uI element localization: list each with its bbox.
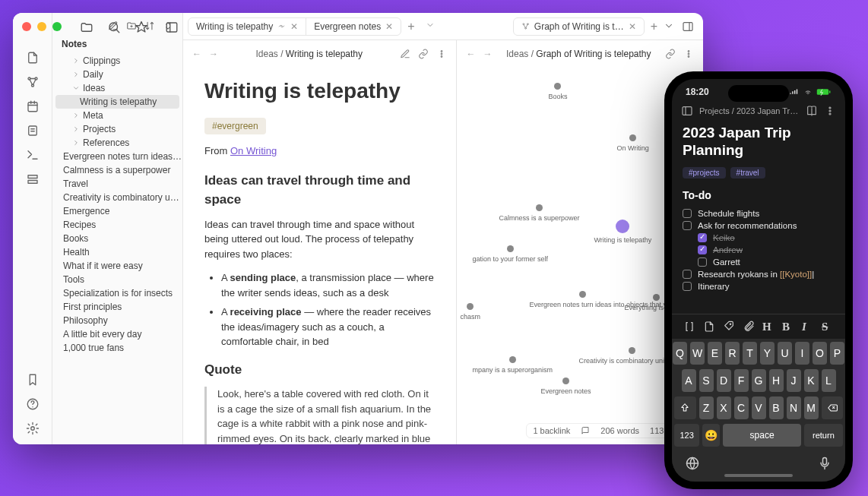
phone-panel-icon[interactable]	[681, 105, 693, 117]
tree-note[interactable]: Specialization is for insects	[52, 286, 182, 300]
settings-icon[interactable]	[26, 422, 40, 435]
graph-node[interactable]: On Writing	[616, 134, 648, 152]
checkbox[interactable]	[698, 257, 707, 267]
return-key[interactable]: return	[804, 424, 843, 447]
close-tab[interactable]: ✕	[629, 21, 636, 32]
tree-note[interactable]: Philosophy	[52, 314, 182, 327]
graph-node[interactable]: chasm	[460, 303, 480, 321]
tree-note[interactable]: Recipes	[52, 218, 182, 232]
mic-icon[interactable]	[817, 456, 832, 471]
tree-item[interactable]: Meta	[52, 109, 182, 122]
tree-item[interactable]: References	[52, 136, 182, 150]
key-k[interactable]: K	[804, 369, 819, 392]
graph-node[interactable]: mpany is a superorganism	[472, 356, 553, 374]
key-a[interactable]: A	[682, 369, 696, 392]
graph-icon[interactable]	[26, 75, 40, 89]
attach-icon[interactable]	[743, 321, 755, 333]
close-window[interactable]	[22, 22, 31, 31]
key-f[interactable]: F	[734, 369, 749, 392]
globe-icon[interactable]	[685, 456, 700, 471]
backlinks-count[interactable]: 1 backlink	[533, 426, 570, 435]
key-x[interactable]: X	[717, 396, 731, 419]
key-j[interactable]: J	[787, 369, 801, 392]
file-icon[interactable]	[703, 321, 715, 333]
tree-note[interactable]: Books	[52, 232, 182, 245]
key-p[interactable]: P	[830, 342, 844, 365]
tab[interactable]: Writing is telepathy✕	[188, 18, 306, 35]
tab-dropdown-left[interactable]	[421, 21, 439, 32]
strike-format[interactable]: S	[822, 321, 834, 333]
forward-button[interactable]: →	[209, 49, 218, 59]
tree-note[interactable]: Calmness is a superpower	[52, 163, 182, 177]
bookmark-rail-icon[interactable]	[26, 373, 40, 387]
more-icon-graph[interactable]	[683, 49, 694, 59]
breadcrumb[interactable]: Ideas / Writing is telepathy	[226, 49, 392, 59]
todo-item[interactable]: Andrew	[683, 244, 835, 256]
forward-button-graph[interactable]: →	[483, 49, 492, 59]
key-m[interactable]: M	[804, 396, 819, 419]
tree-note[interactable]: Tools	[52, 273, 182, 286]
close-tab[interactable]: ✕	[385, 21, 393, 32]
breadcrumb-graph[interactable]: Ideas / Graph of Writing is telepathy	[499, 49, 657, 59]
bold-format[interactable]: B	[782, 321, 794, 333]
phone-tag[interactable]: #travel	[730, 167, 765, 178]
note-editor[interactable]: Writing is telepathy #evergreen From On …	[183, 68, 456, 444]
folder-icon[interactable]	[80, 21, 93, 34]
tree-item[interactable]: Ideas	[52, 81, 182, 95]
layers-icon[interactable]	[26, 172, 40, 186]
link-icon[interactable]	[418, 49, 429, 59]
key-d[interactable]: D	[717, 369, 731, 392]
tree-note[interactable]: Health	[52, 245, 182, 259]
add-tab-right[interactable]: +	[645, 20, 664, 33]
todo-item[interactable]: Research ryokans in [[Kyoto]]|	[683, 268, 835, 280]
key-r[interactable]: R	[725, 342, 740, 365]
maximize-window[interactable]	[52, 22, 62, 31]
panel-right-icon[interactable]	[682, 21, 694, 33]
brackets-icon[interactable]	[683, 321, 695, 333]
files-icon[interactable]	[26, 51, 40, 65]
key-y[interactable]: Y	[760, 342, 775, 365]
todo-item[interactable]: Schedule flights	[683, 207, 835, 220]
tab-chevron-down-icon[interactable]	[664, 21, 674, 31]
key-z[interactable]: Z	[699, 396, 714, 419]
tree-note[interactable]: Creativity is combinatory u…	[52, 191, 182, 204]
key-s[interactable]: S	[699, 369, 714, 392]
tree-note[interactable]: Emergence	[52, 204, 182, 218]
todo-item[interactable]: Itinerary	[683, 280, 835, 292]
back-button-graph[interactable]: ←	[466, 49, 475, 59]
phone-book-icon[interactable]	[806, 105, 818, 117]
key-h[interactable]: H	[769, 369, 784, 392]
from-link[interactable]: On Writing	[230, 145, 277, 156]
emoji-key[interactable]: 😀	[702, 424, 720, 447]
documents-icon[interactable]	[26, 124, 40, 137]
checkbox[interactable]	[683, 209, 692, 218]
key-l[interactable]: L	[822, 369, 836, 392]
key-q[interactable]: Q	[673, 342, 687, 365]
checkbox[interactable]	[698, 245, 707, 254]
tree-item[interactable]: Daily	[52, 68, 182, 81]
phone-more-icon[interactable]	[824, 105, 836, 117]
key-v[interactable]: V	[752, 396, 766, 419]
checkbox[interactable]	[683, 221, 692, 230]
key-u[interactable]: U	[778, 342, 792, 365]
edit-icon[interactable]	[400, 49, 410, 59]
key-t[interactable]: T	[743, 342, 757, 365]
graph-node[interactable]: Books	[548, 83, 567, 100]
add-tab-left[interactable]: +	[401, 20, 420, 33]
key-e[interactable]: E	[708, 342, 722, 365]
backspace-key[interactable]	[822, 396, 844, 419]
todo-item[interactable]: Keiko	[683, 232, 835, 244]
calendar-icon[interactable]	[26, 100, 40, 113]
key-g[interactable]: G	[752, 369, 766, 392]
back-button[interactable]: ←	[192, 49, 201, 59]
phone-note-body[interactable]: 2023 Japan Trip Planning #projects#trave…	[672, 122, 845, 314]
tree-item[interactable]: Writing is telepathy	[55, 95, 179, 109]
todo-item[interactable]: Ask for recommendations	[683, 220, 835, 232]
tree-note[interactable]: What if it were easy	[52, 259, 182, 273]
link-icon-graph[interactable]	[665, 49, 676, 59]
checkbox[interactable]	[683, 270, 692, 279]
home-indicator[interactable]	[724, 474, 793, 477]
key-b[interactable]: B	[769, 396, 784, 419]
more-icon[interactable]	[436, 49, 447, 59]
search-icon[interactable]	[107, 21, 121, 34]
